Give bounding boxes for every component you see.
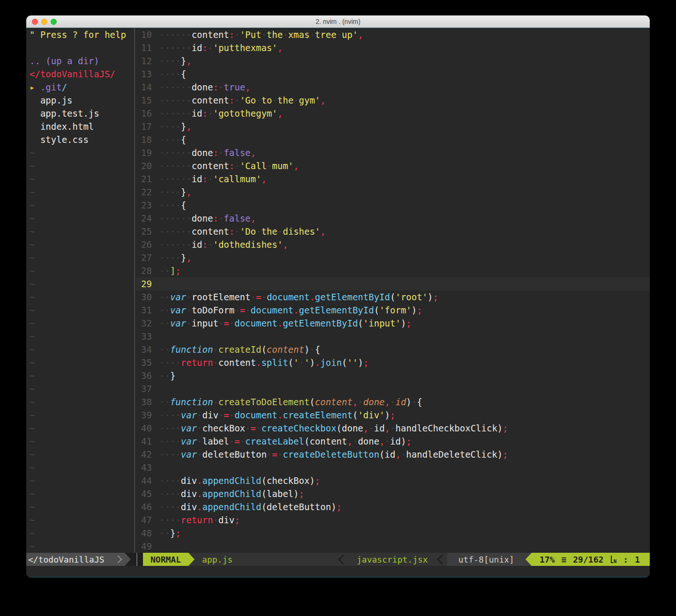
code-line[interactable]: 46····div.appendChild(deleteButton);	[136, 500, 650, 513]
code-token: ,	[379, 436, 384, 446]
code-line[interactable]: 26······id:·'dothedishes',	[136, 238, 650, 251]
code-line[interactable]: 32··var·input·=·document.getElementById(…	[136, 317, 650, 330]
code-token: 'gotothegym'	[213, 108, 277, 119]
code-line[interactable]: 10······content:·'Put·the·xmas·tree·up',	[136, 28, 650, 41]
whitespace-dot: ·	[278, 226, 283, 237]
tilde-marker: ~	[30, 449, 35, 460]
code-line[interactable]: 37	[136, 382, 650, 395]
code-token: .	[197, 489, 202, 499]
code-line[interactable]: 12····},	[136, 54, 650, 67]
code-line[interactable]: 18····{	[136, 133, 650, 146]
code-token: done	[192, 213, 213, 223]
line-number: 23	[136, 199, 152, 212]
code-line[interactable]: 39····var·div·=·document.createElement('…	[136, 408, 650, 422]
code-token: id	[192, 43, 203, 53]
code-line[interactable]: 42····var·deleteButton·=·createDeleteBut…	[136, 448, 650, 461]
whitespace-dots: ·	[186, 318, 191, 328]
code-token: ,	[353, 397, 358, 407]
mode-indicator: NORMAL	[143, 553, 188, 566]
code-token: =	[224, 410, 229, 420]
whitespace-dot: ·	[240, 436, 245, 446]
code-line[interactable]: 20······content:·'Call·mum',	[136, 159, 650, 172]
code-line[interactable]: 35····return·content.split('·').join('')…	[136, 356, 650, 369]
code-line[interactable]: 25······content:·'Do·the·dishes',	[136, 225, 650, 238]
netrw-row[interactable]: .. (up a dir)	[30, 54, 133, 67]
whitespace-dot: ······	[159, 148, 192, 158]
code-line[interactable]: 19······done:·false,	[136, 146, 650, 159]
whitespace-dot: ·	[213, 344, 218, 355]
code-line[interactable]: 11······id:·'putthexmas',	[136, 41, 650, 54]
chevron-left-icon	[437, 554, 447, 564]
code-line[interactable]: 14······done:·true,	[136, 81, 650, 94]
code-token: var	[170, 292, 186, 302]
whitespace-dot: ·	[234, 305, 240, 315]
code-line[interactable]: 44····div.appendChild(checkBox);	[136, 474, 650, 487]
code-line[interactable]: 31··var·toDoForm·=·document.getElementBy…	[136, 304, 650, 317]
code-token: 'callmum'	[213, 174, 261, 184]
empty-line-tilde: ~	[30, 422, 133, 435]
pane-separator[interactable]	[133, 28, 136, 553]
whitespace-dot: ·	[213, 515, 218, 525]
command-line[interactable]	[26, 566, 650, 578]
code-line[interactable]: 41····var·label·=·createLabel(content,·d…	[136, 435, 650, 448]
code-token: id	[385, 449, 396, 460]
code-token: {	[315, 344, 320, 355]
code-line[interactable]: 22····},	[136, 186, 650, 199]
code-token: getElementById	[283, 318, 358, 328]
whitespace-dots: ··	[159, 397, 170, 407]
file-list-item[interactable]: app.js	[30, 94, 133, 107]
whitespace-dots: ····	[159, 69, 181, 79]
whitespace-dot: ··	[159, 371, 170, 381]
code-line[interactable]: 21······id:·'callmum',	[136, 172, 650, 186]
code-line[interactable]: 48··};	[136, 527, 650, 540]
code-line[interactable]: 30··var·rootElement·=·document.getElemen…	[136, 290, 650, 304]
whitespace-dot: ··	[159, 344, 170, 355]
whitespace-dot: ····	[159, 121, 181, 132]
code-token: </todoVanillaJS/	[30, 69, 115, 79]
empty-line-tilde: ~	[30, 251, 133, 264]
code-line[interactable]: 24······done:·false,	[136, 212, 650, 225]
netrw-row[interactable]: </todoVanillaJS/	[30, 67, 133, 81]
code-line[interactable]: 15······content:·'Go·to·the·gym',	[136, 94, 650, 107]
code-line[interactable]: 29	[136, 277, 650, 290]
statusline-encoding: utf-8[unix]	[447, 553, 526, 566]
code-line[interactable]: 16······id:·'gotothegym',	[136, 107, 650, 120]
code-line[interactable]: 34··function·createId(content)·{	[136, 343, 650, 356]
whitespace-dot: ·	[229, 436, 234, 446]
code-line[interactable]: 17····},	[136, 120, 650, 133]
code-token: ,	[186, 252, 191, 263]
whitespace-dot: ·	[186, 318, 191, 328]
code-line[interactable]: 49	[136, 540, 650, 553]
code-line[interactable]: 13····{	[136, 67, 650, 81]
code-line[interactable]: 33	[136, 330, 650, 343]
code-line[interactable]: 28··];	[136, 264, 650, 277]
code-line[interactable]: 23····{	[136, 199, 650, 212]
code-token: (	[261, 489, 266, 499]
whitespace-dots: ·	[218, 82, 224, 92]
tilde-marker: ~	[30, 318, 35, 328]
code-line[interactable]: 47····return·div;	[136, 513, 650, 527]
file-list-item[interactable]: index.html	[30, 120, 133, 133]
whitespace-dot: ·	[267, 161, 272, 171]
code-line[interactable]: 36··}	[136, 369, 650, 382]
file-list-item[interactable]: ▸ .git/	[30, 81, 133, 94]
code-token: )	[412, 305, 417, 315]
code-line[interactable]: 38··function·createToDoElement(content,·…	[136, 395, 650, 408]
whitespace-dots: ·	[267, 449, 272, 460]
whitespace-dot: ·	[272, 95, 277, 105]
whitespace-dots: ······	[159, 148, 192, 158]
code-token: ,	[278, 43, 283, 53]
code-token: rootElement	[192, 292, 251, 302]
code-token: 'dothedishes'	[213, 239, 283, 250]
file-list-item[interactable]: app.test.js	[30, 107, 133, 120]
code-line[interactable]: 45····div.appendChild(label);	[136, 487, 650, 500]
code-line[interactable]: 27····},	[136, 251, 650, 264]
code-line[interactable]: 40····var·checkBox·=·createCheckbox(done…	[136, 422, 650, 435]
file-list-item[interactable]: style.css	[30, 133, 133, 146]
code-line[interactable]: 43	[136, 461, 650, 474]
code-token: ;	[406, 318, 411, 328]
whitespace-dot: ·	[267, 449, 272, 460]
empty-line-tilde: ~	[30, 146, 133, 159]
code-token: ,	[358, 30, 363, 40]
code-token: )	[358, 357, 363, 368]
